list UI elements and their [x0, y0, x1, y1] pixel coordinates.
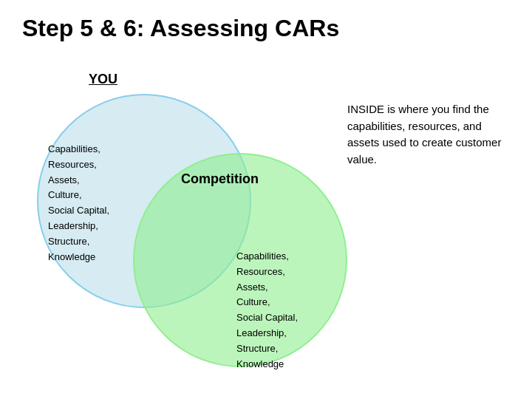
you-list-item: Leadership, [48, 219, 109, 234]
you-label: YOU [89, 72, 117, 87]
you-list-item: Structure, [48, 234, 109, 250]
venn-diagram: YOU Competition Capabilities, Resources,… [22, 57, 362, 375]
you-list-item: Capabilities, [48, 142, 109, 157]
competition-list-item: Capabilities, [236, 249, 298, 265]
you-list-item: Culture, [48, 188, 109, 203]
competition-list-item: Knowledge [236, 357, 298, 372]
you-list-item: Social Capital, [48, 203, 109, 219]
you-list-item: Assets, [48, 173, 109, 188]
competition-list-item: Social Capital, [236, 310, 298, 326]
you-list-item: Resources, [48, 157, 109, 173]
right-description: INSIDE is where you find the capabilitie… [347, 101, 502, 168]
competition-list-item: Leadership, [236, 326, 298, 341]
competition-list: Capabilities, Resources, Assets, Culture… [236, 249, 298, 372]
competition-list-item: Resources, [236, 265, 298, 280]
you-list-item: Knowledge [48, 250, 109, 265]
page-title: Step 5 & 6: Assessing CARs [22, 15, 510, 42]
competition-list-item: Culture, [236, 295, 298, 310]
you-list: Capabilities, Resources, Assets, Culture… [48, 142, 109, 265]
competition-label: Competition [181, 171, 259, 187]
page-container: Step 5 & 6: Assessing CARs YOU Competiti… [0, 0, 532, 399]
content-area: YOU Competition Capabilities, Resources,… [22, 57, 510, 375]
competition-list-item: Assets, [236, 280, 298, 296]
competition-list-item: Structure, [236, 341, 298, 357]
